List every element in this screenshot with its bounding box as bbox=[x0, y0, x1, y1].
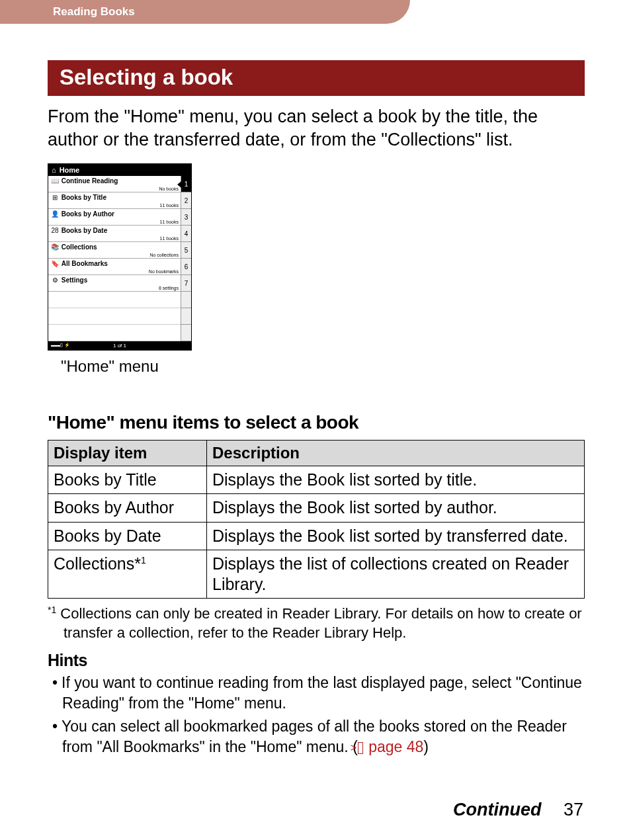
device-menu-item: ⚙ Settings8 settings bbox=[48, 275, 181, 292]
device-menu-item: 28 Books by Date11 books bbox=[48, 226, 181, 242]
menu-item-label: Settings bbox=[62, 276, 87, 284]
menu-item-icon: 28 bbox=[50, 227, 60, 234]
sidebar-number: 4 bbox=[181, 226, 191, 242]
hints-list-item: You can select all bookmarked pages of a… bbox=[48, 716, 585, 757]
table-row: Books by DateDisplays the Book list sort… bbox=[48, 522, 585, 550]
table-cell-description: Displays the Book list sorted by title. bbox=[207, 466, 585, 494]
menu-item-label: All Bookmarks bbox=[62, 260, 108, 267]
table-cell-item: Books by Author bbox=[48, 494, 207, 522]
table-cell-item: Books by Date bbox=[48, 522, 207, 550]
device-menu-item: 🔖 All BookmarksNo bookmarks bbox=[48, 259, 181, 275]
page-link[interactable]: > page 48 bbox=[358, 738, 424, 755]
hints-list-item: If you want to continue reading from the… bbox=[48, 673, 585, 714]
menu-item-sublabel: 11 books bbox=[160, 236, 179, 241]
sidebar-number: 2 bbox=[181, 192, 191, 209]
device-menu-item: ⊞ Books by Title11 books bbox=[48, 192, 181, 209]
section-title: Selecting a book bbox=[48, 60, 585, 96]
device-header-title: Home bbox=[60, 166, 80, 174]
menu-item-icon: ⚙ bbox=[50, 276, 60, 284]
menu-item-sublabel: 11 books bbox=[160, 220, 179, 224]
menu-item-sublabel: 8 settings bbox=[159, 286, 179, 290]
table-row: Books by TitleDisplays the Book list sor… bbox=[48, 466, 585, 494]
device-blank-row bbox=[48, 325, 181, 341]
table-cell-description: Displays the Book list sorted by transfe… bbox=[207, 522, 585, 550]
table-subheading: "Home" menu items to select a book bbox=[48, 412, 585, 433]
device-blank-row bbox=[48, 308, 181, 325]
footnote: *1 Collections can only be created in Re… bbox=[48, 604, 585, 643]
sidebar-number: 6 bbox=[181, 259, 191, 275]
screenshot-caption: "Home" menu bbox=[61, 357, 585, 376]
menu-item-sublabel: No books bbox=[159, 187, 179, 191]
continued-label: Continued bbox=[453, 800, 541, 819]
menu-item-sublabel: 11 books bbox=[160, 203, 179, 208]
sidebar-number bbox=[181, 308, 191, 325]
table-cell-description: Displays the list of collections created… bbox=[207, 550, 585, 599]
header-section-tab: Reading Books bbox=[0, 0, 410, 24]
device-blank-row bbox=[48, 292, 181, 308]
hints-list: If you want to continue reading from the… bbox=[48, 673, 585, 757]
page-number: 37 bbox=[564, 800, 583, 819]
menu-item-label: Books by Date bbox=[62, 227, 107, 234]
table-row: Collections*1Displays the list of collec… bbox=[48, 550, 585, 599]
table-cell-item: Collections*1 bbox=[48, 550, 207, 599]
table-header-item: Display item bbox=[48, 441, 207, 466]
menu-item-sublabel: No bookmarks bbox=[149, 269, 179, 274]
header-bar: Reading Books bbox=[0, 0, 631, 24]
page-content: Selecting a book From the "Home" menu, y… bbox=[0, 24, 631, 757]
device-footer: ▬▬▯ ⚡ 1 of 1 bbox=[48, 341, 191, 350]
table-row: Books by AuthorDisplays the Book list so… bbox=[48, 494, 585, 522]
menu-item-label: Books by Author bbox=[62, 210, 114, 218]
sidebar-number bbox=[181, 292, 191, 308]
screenshot-figure: ⌂ Home 📖 Continue ReadingNo books⊞ Books… bbox=[48, 163, 585, 376]
table-cell-description: Displays the Book list sorted by author. bbox=[207, 494, 585, 522]
device-number-sidebar: 1234567 bbox=[181, 176, 191, 341]
device-header: ⌂ Home bbox=[48, 164, 191, 176]
menu-item-label: Continue Reading bbox=[62, 177, 118, 185]
menu-item-icon: 🔖 bbox=[50, 260, 60, 267]
sidebar-number bbox=[181, 325, 191, 341]
footnote-mark: *1 bbox=[48, 605, 56, 615]
sidebar-number: 5 bbox=[181, 242, 191, 259]
device-menu-item: 👤 Books by Author11 books bbox=[48, 209, 181, 226]
menu-item-icon: ⊞ bbox=[50, 194, 60, 201]
table-header-description: Description bbox=[207, 441, 585, 466]
menu-item-label: Books by Title bbox=[62, 194, 106, 201]
menu-items-table: Display item Description Books by TitleD… bbox=[48, 440, 585, 599]
hints-heading: Hints bbox=[48, 651, 585, 670]
battery-icon: ▬▬▯ ⚡ bbox=[51, 343, 70, 348]
home-icon: ⌂ bbox=[52, 166, 56, 174]
page-footer: Continued 37 bbox=[453, 800, 583, 820]
menu-item-sublabel: No collections bbox=[149, 253, 179, 257]
table-cell-item: Books by Title bbox=[48, 466, 207, 494]
sidebar-number: 3 bbox=[181, 209, 191, 226]
intro-paragraph: From the "Home" menu, you can select a b… bbox=[48, 105, 585, 151]
footnote-text: Collections can only be created in Reade… bbox=[60, 606, 581, 642]
device-menu-item: 📚 CollectionsNo collections bbox=[48, 242, 181, 259]
device-menu-item: 📖 Continue ReadingNo books bbox=[48, 176, 181, 192]
sidebar-number: 1 bbox=[181, 176, 191, 192]
device-page-indicator: 1 of 1 bbox=[113, 343, 126, 349]
menu-item-label: Collections bbox=[62, 243, 97, 251]
menu-item-icon: 📖 bbox=[50, 177, 60, 185]
sidebar-number: 7 bbox=[181, 275, 191, 292]
menu-item-icon: 👤 bbox=[50, 210, 60, 218]
device-mockup: ⌂ Home 📖 Continue ReadingNo books⊞ Books… bbox=[48, 163, 192, 351]
menu-item-icon: 📚 bbox=[50, 243, 60, 251]
link-icon: > bbox=[358, 742, 363, 754]
device-menu-list: 📖 Continue ReadingNo books⊞ Books by Tit… bbox=[48, 176, 181, 341]
